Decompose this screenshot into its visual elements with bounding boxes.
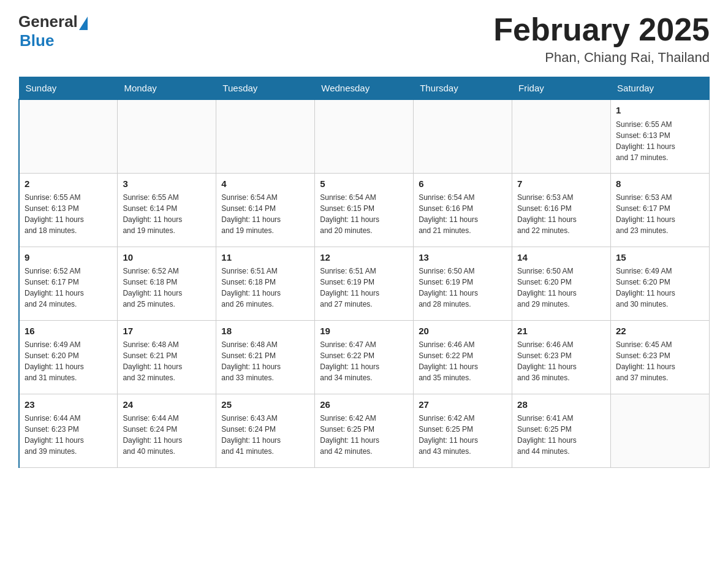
location-title: Phan, Chiang Rai, Thailand xyxy=(493,50,710,66)
logo-blue-text: Blue xyxy=(20,31,89,50)
month-title: February 2025 xyxy=(493,12,710,47)
calendar-cell: 23Sunrise: 6:44 AM Sunset: 6:23 PM Dayli… xyxy=(19,394,118,467)
day-info: Sunrise: 6:46 AM Sunset: 6:22 PM Dayligh… xyxy=(419,339,507,383)
calendar-cell: 8Sunrise: 6:53 AM Sunset: 6:17 PM Daylig… xyxy=(611,173,710,247)
calendar-cell: 25Sunrise: 6:43 AM Sunset: 6:24 PM Dayli… xyxy=(216,394,315,467)
calendar-cell xyxy=(118,99,216,173)
day-info: Sunrise: 6:50 AM Sunset: 6:20 PM Dayligh… xyxy=(517,266,605,310)
weekday-header-row: SundayMondayTuesdayWednesdayThursdayFrid… xyxy=(19,77,710,100)
day-number: 7 xyxy=(517,177,605,191)
day-number: 16 xyxy=(25,324,112,338)
day-info: Sunrise: 6:54 AM Sunset: 6:15 PM Dayligh… xyxy=(320,192,408,236)
calendar-cell: 7Sunrise: 6:53 AM Sunset: 6:16 PM Daylig… xyxy=(512,173,611,247)
calendar-body: 1Sunrise: 6:55 AM Sunset: 6:13 PM Daylig… xyxy=(19,99,710,467)
day-number: 18 xyxy=(221,324,309,338)
day-info: Sunrise: 6:55 AM Sunset: 6:14 PM Dayligh… xyxy=(123,192,211,236)
day-number: 12 xyxy=(320,251,408,264)
calendar-week-row: 2Sunrise: 6:55 AM Sunset: 6:13 PM Daylig… xyxy=(19,173,710,247)
weekday-header-sunday: Sunday xyxy=(19,77,118,100)
day-info: Sunrise: 6:44 AM Sunset: 6:24 PM Dayligh… xyxy=(123,413,211,457)
day-number: 4 xyxy=(221,177,309,191)
day-number: 21 xyxy=(517,324,605,338)
calendar-cell: 20Sunrise: 6:46 AM Sunset: 6:22 PM Dayli… xyxy=(414,320,512,394)
day-number: 27 xyxy=(419,398,507,412)
day-info: Sunrise: 6:47 AM Sunset: 6:22 PM Dayligh… xyxy=(320,339,408,383)
calendar-cell: 6Sunrise: 6:54 AM Sunset: 6:16 PM Daylig… xyxy=(414,173,512,247)
calendar-cell: 17Sunrise: 6:48 AM Sunset: 6:21 PM Dayli… xyxy=(118,320,216,394)
logo-triangle-icon xyxy=(79,17,88,30)
calendar-week-row: 1Sunrise: 6:55 AM Sunset: 6:13 PM Daylig… xyxy=(19,99,710,173)
logo: General Blue xyxy=(18,12,89,50)
day-number: 25 xyxy=(221,398,309,412)
weekday-header-thursday: Thursday xyxy=(414,77,512,100)
day-number: 28 xyxy=(517,398,605,412)
calendar-cell xyxy=(611,394,710,467)
day-number: 6 xyxy=(419,177,507,191)
calendar-cell: 22Sunrise: 6:45 AM Sunset: 6:23 PM Dayli… xyxy=(611,320,710,394)
calendar-cell: 16Sunrise: 6:49 AM Sunset: 6:20 PM Dayli… xyxy=(19,320,118,394)
day-number: 24 xyxy=(123,398,211,412)
calendar-week-row: 9Sunrise: 6:52 AM Sunset: 6:17 PM Daylig… xyxy=(19,247,710,320)
day-info: Sunrise: 6:51 AM Sunset: 6:19 PM Dayligh… xyxy=(320,266,408,310)
day-number: 23 xyxy=(25,398,112,412)
calendar-cell: 19Sunrise: 6:47 AM Sunset: 6:22 PM Dayli… xyxy=(315,320,414,394)
day-number: 2 xyxy=(25,177,112,191)
calendar-cell: 3Sunrise: 6:55 AM Sunset: 6:14 PM Daylig… xyxy=(118,173,216,247)
day-info: Sunrise: 6:54 AM Sunset: 6:14 PM Dayligh… xyxy=(221,192,309,236)
calendar-cell xyxy=(414,99,512,173)
calendar-cell: 26Sunrise: 6:42 AM Sunset: 6:25 PM Dayli… xyxy=(315,394,414,467)
calendar-cell: 4Sunrise: 6:54 AM Sunset: 6:14 PM Daylig… xyxy=(216,173,315,247)
calendar-cell: 12Sunrise: 6:51 AM Sunset: 6:19 PM Dayli… xyxy=(315,247,414,320)
calendar-cell: 14Sunrise: 6:50 AM Sunset: 6:20 PM Dayli… xyxy=(512,247,611,320)
calendar-cell: 18Sunrise: 6:48 AM Sunset: 6:21 PM Dayli… xyxy=(216,320,315,394)
weekday-header-saturday: Saturday xyxy=(611,77,710,100)
day-info: Sunrise: 6:53 AM Sunset: 6:17 PM Dayligh… xyxy=(616,192,704,236)
weekday-header-friday: Friday xyxy=(512,77,611,100)
day-info: Sunrise: 6:52 AM Sunset: 6:18 PM Dayligh… xyxy=(123,266,211,310)
day-info: Sunrise: 6:43 AM Sunset: 6:24 PM Dayligh… xyxy=(221,413,309,457)
weekday-header-wednesday: Wednesday xyxy=(315,77,414,100)
calendar-cell: 11Sunrise: 6:51 AM Sunset: 6:18 PM Dayli… xyxy=(216,247,315,320)
day-number: 20 xyxy=(419,324,507,338)
calendar-cell: 28Sunrise: 6:41 AM Sunset: 6:25 PM Dayli… xyxy=(512,394,611,467)
day-number: 19 xyxy=(320,324,408,338)
day-number: 22 xyxy=(616,324,704,338)
calendar-week-row: 16Sunrise: 6:49 AM Sunset: 6:20 PM Dayli… xyxy=(19,320,710,394)
day-info: Sunrise: 6:53 AM Sunset: 6:16 PM Dayligh… xyxy=(517,192,605,236)
calendar-week-row: 23Sunrise: 6:44 AM Sunset: 6:23 PM Dayli… xyxy=(19,394,710,467)
day-number: 3 xyxy=(123,177,211,191)
calendar-cell xyxy=(512,99,611,173)
calendar-cell: 5Sunrise: 6:54 AM Sunset: 6:15 PM Daylig… xyxy=(315,173,414,247)
day-info: Sunrise: 6:49 AM Sunset: 6:20 PM Dayligh… xyxy=(616,266,704,310)
day-info: Sunrise: 6:46 AM Sunset: 6:23 PM Dayligh… xyxy=(517,339,605,383)
day-info: Sunrise: 6:55 AM Sunset: 6:13 PM Dayligh… xyxy=(616,119,704,163)
day-number: 17 xyxy=(123,324,211,338)
calendar-cell xyxy=(216,99,315,173)
day-number: 13 xyxy=(419,251,507,264)
day-info: Sunrise: 6:45 AM Sunset: 6:23 PM Dayligh… xyxy=(616,339,704,383)
day-number: 14 xyxy=(517,251,605,264)
calendar-cell: 21Sunrise: 6:46 AM Sunset: 6:23 PM Dayli… xyxy=(512,320,611,394)
calendar-cell: 10Sunrise: 6:52 AM Sunset: 6:18 PM Dayli… xyxy=(118,247,216,320)
day-number: 1 xyxy=(616,104,704,117)
day-number: 11 xyxy=(221,251,309,264)
day-info: Sunrise: 6:51 AM Sunset: 6:18 PM Dayligh… xyxy=(221,266,309,310)
day-number: 8 xyxy=(616,177,704,191)
day-number: 15 xyxy=(616,251,704,264)
calendar-cell xyxy=(19,99,118,173)
day-info: Sunrise: 6:50 AM Sunset: 6:19 PM Dayligh… xyxy=(419,266,507,310)
weekday-header-monday: Monday xyxy=(118,77,216,100)
weekday-header-tuesday: Tuesday xyxy=(216,77,315,100)
day-info: Sunrise: 6:54 AM Sunset: 6:16 PM Dayligh… xyxy=(419,192,507,236)
calendar-cell: 27Sunrise: 6:42 AM Sunset: 6:25 PM Dayli… xyxy=(414,394,512,467)
day-info: Sunrise: 6:48 AM Sunset: 6:21 PM Dayligh… xyxy=(123,339,211,383)
day-number: 5 xyxy=(320,177,408,191)
calendar-cell: 9Sunrise: 6:52 AM Sunset: 6:17 PM Daylig… xyxy=(19,247,118,320)
calendar-cell: 24Sunrise: 6:44 AM Sunset: 6:24 PM Dayli… xyxy=(118,394,216,467)
calendar-header: SundayMondayTuesdayWednesdayThursdayFrid… xyxy=(19,77,710,100)
calendar-cell: 2Sunrise: 6:55 AM Sunset: 6:13 PM Daylig… xyxy=(19,173,118,247)
day-number: 10 xyxy=(123,251,211,264)
calendar-cell xyxy=(315,99,414,173)
day-info: Sunrise: 6:42 AM Sunset: 6:25 PM Dayligh… xyxy=(419,413,507,457)
day-info: Sunrise: 6:55 AM Sunset: 6:13 PM Dayligh… xyxy=(25,192,112,236)
